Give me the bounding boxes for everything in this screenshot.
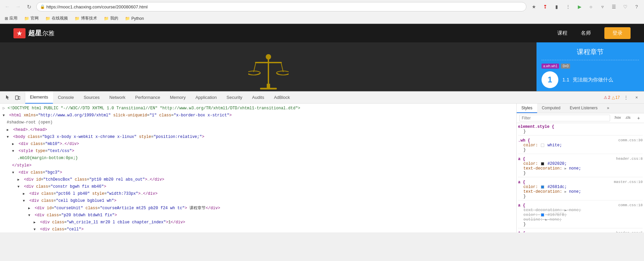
inspect-element-button[interactable] [3, 93, 12, 102]
expand-icon[interactable] [12, 141, 16, 147]
tab-security[interactable]: Security [222, 91, 247, 104]
bookmark-blog[interactable]: 📁 博客技术 [73, 15, 99, 22]
style-source-star-header[interactable]: header.css:5 [616, 231, 643, 232]
expand-icon[interactable] [23, 191, 27, 197]
styles-tab-styles[interactable]: Styles [517, 104, 537, 113]
nav-teacher[interactable]: 名师 [581, 30, 591, 36]
chrome-action-5[interactable]: ▿ [598, 2, 607, 11]
styles-tab-computed[interactable]: Computed [537, 104, 565, 113]
address-bar[interactable]: 🔒 https://mooc1.chaoxing.com/course/2000… [36, 2, 526, 11]
nav-course[interactable]: 课程 [557, 30, 567, 36]
bookmark-star-button[interactable]: ★ [529, 2, 539, 11]
chrome-action-4[interactable]: ○ [586, 2, 596, 11]
style-source-a-header[interactable]: header.css:8 [616, 157, 643, 161]
bookmark-apps[interactable]: ​⊞ 应用 [3, 15, 19, 22]
devtools-right-icons: ⚠ 2 △ 17 ⋮ × [601, 93, 644, 102]
style-source-a-comm[interactable]: comm.css:18 [618, 203, 643, 207]
style-selector-star-header: * { header.css:5 [518, 231, 643, 232]
error-badge: ⚠ 2 [604, 95, 610, 100]
chrome-action-8[interactable]: ? [632, 2, 641, 11]
chrome-action-3[interactable]: ▶ [575, 2, 584, 11]
browser-chrome: ← → ↻ 🔒 https://mooc1.chaoxing.com/cours… [0, 0, 644, 24]
logo-erya-text: 尔雅 [42, 29, 54, 37]
login-button[interactable]: 登录 [604, 27, 631, 39]
expand-icon[interactable] [12, 148, 16, 154]
expand-icon[interactable] [17, 184, 22, 190]
tab-memory[interactable]: Memory [165, 91, 191, 104]
expand-icon[interactable] [3, 112, 7, 119]
nav-buttons: ← → ↻ [3, 2, 34, 11]
tab-application[interactable]: Application [191, 91, 222, 104]
bookmark-python[interactable]: 📁 Python [123, 15, 146, 22]
svg-rect-2 [268, 57, 269, 85]
devtools-left-icons [0, 93, 25, 102]
svg-rect-3 [255, 62, 282, 63]
device-toolbar-button[interactable] [13, 93, 22, 102]
shadow-root-line: #shadow-root (open) [1, 119, 515, 126]
tab-adblock[interactable]: AdBlock [269, 91, 295, 104]
expand-icon[interactable] [17, 177, 22, 183]
course-video-area [0, 42, 536, 91]
scales-icon [248, 47, 289, 90]
logo-star-icon: ★ [16, 29, 23, 37]
chrome-action-2[interactable]: ⋮ [563, 2, 573, 11]
site-header: ★ 超星 尔雅 课程 名师 登录 [0, 24, 644, 42]
tab-audits[interactable]: Audits [247, 91, 269, 104]
html-root-line: <html xmlns="http://www.w3.org/1999/xhtm… [1, 112, 515, 119]
chapter-number: 1 [542, 71, 558, 88]
head-line: <head>…</head> [1, 126, 515, 134]
style-source-wh[interactable]: comm.css:30 [618, 138, 643, 142]
folder-icon-4: 📁 [104, 16, 109, 21]
tab-network[interactable]: Network [105, 91, 131, 104]
svg-point-8 [266, 54, 271, 60]
devtools-settings-button[interactable]: ⋮ [621, 93, 631, 102]
tab-performance[interactable]: Performance [130, 91, 165, 104]
expand-icon[interactable] [12, 170, 16, 176]
bookmark-official[interactable]: 📁 官网 [22, 15, 41, 22]
body-line: <body class="bgc3 x-body x-webkit x-chro… [1, 134, 515, 141]
expand-icon[interactable] [7, 134, 11, 140]
style-source-a-master[interactable]: master.css:10 [614, 180, 643, 184]
folder-icon-3: 📁 [75, 16, 80, 21]
expand-icon[interactable] [34, 226, 38, 232]
expand-icon[interactable] [28, 212, 32, 219]
elements-panel[interactable]: ▷ <!DOCTYPE html PUBLIC "-//W3C//DTD XHT… [0, 104, 516, 232]
chaoxing-icon-button[interactable]: ❢ [541, 2, 550, 11]
style-closing-a-header: } [518, 171, 643, 176]
device-icon [15, 95, 20, 100]
expand-icon[interactable] [34, 219, 38, 226]
hov-filter[interactable]: :hov [613, 115, 622, 121]
expand-icon[interactable] [28, 205, 32, 212]
bookmark-video[interactable]: 📁 在线视频 [43, 15, 70, 22]
expand-icon[interactable] [23, 198, 27, 204]
tab-console[interactable]: Console [53, 91, 79, 104]
devtools-close-button[interactable]: × [632, 93, 641, 102]
styles-tab-more[interactable]: » [602, 104, 614, 113]
element-badge-size: 0×0 [561, 64, 570, 69]
styles-filter-input[interactable] [519, 115, 610, 121]
warn-badge: △ 17 [612, 95, 620, 100]
svg-rect-9 [15, 96, 18, 100]
site-nav: 课程 名师 登录 [557, 27, 631, 39]
chrome-action-7[interactable]: ♡ [620, 2, 630, 11]
forward-button[interactable]: → [13, 2, 23, 11]
cls-filter[interactable]: .cls [624, 115, 632, 121]
tab-elements[interactable]: Elements [25, 91, 53, 104]
style-rule-a-master: a { master.css:10 color: #2681dc; text-d… [518, 180, 643, 200]
chrome-action-6[interactable]: ☰ [609, 2, 618, 11]
svg-rect-10 [18, 97, 20, 99]
style-prop-outline-comm: outline: ▶ none; [518, 217, 643, 222]
tab-sources[interactable]: Sources [79, 91, 105, 104]
styles-tab-event-listeners[interactable]: Event Listeners [565, 104, 602, 113]
bookmark-python-label: Python [131, 16, 144, 21]
chrome-action-1[interactable]: ▮ [552, 2, 561, 11]
bookmark-video-label: 在线视频 [52, 15, 68, 21]
add-style-button[interactable]: + [636, 115, 641, 121]
styles-content[interactable]: element.style { } .wh { comm.css:30 colo… [517, 123, 644, 232]
course-sidebar-title: 课程章节 [542, 47, 639, 60]
back-button[interactable]: ← [3, 2, 12, 11]
refresh-button[interactable]: ↻ [24, 2, 34, 11]
style-rule-a-header: a { header.css:8 color: #202020; text-de… [518, 157, 643, 177]
expand-icon[interactable] [7, 127, 11, 133]
bookmark-mine[interactable]: 📁 我的 [102, 15, 120, 22]
